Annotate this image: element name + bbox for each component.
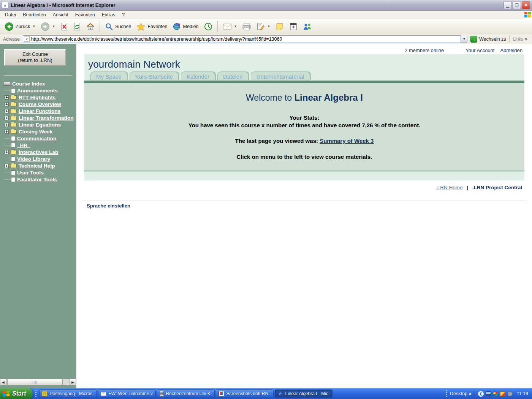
fullscreen-button[interactable]: ✳ bbox=[287, 21, 300, 33]
history-button[interactable] bbox=[202, 21, 215, 33]
start-button[interactable]: Start bbox=[0, 388, 33, 399]
taskbar-clock[interactable]: 11:19 bbox=[517, 391, 528, 396]
task-screenshots-dotlrn[interactable]: Screenshots dotLRN.... bbox=[216, 390, 274, 398]
home-button[interactable] bbox=[84, 21, 97, 33]
sidebar-item-label[interactable]: Video Library bbox=[17, 156, 50, 162]
quick-launch-grip[interactable] bbox=[35, 390, 36, 397]
lrn-home-link[interactable]: .LRN Home bbox=[436, 185, 463, 190]
scroll-right-arrow[interactable]: ▶ bbox=[70, 379, 76, 385]
scroll-left-arrow[interactable]: ◀ bbox=[0, 379, 6, 385]
task-linear-algebra-active[interactable]: e Linear Algebra I - Mic... bbox=[275, 390, 332, 398]
media-button[interactable]: Medien bbox=[171, 21, 201, 33]
menu-help[interactable]: ? bbox=[119, 11, 128, 18]
members-online-link[interactable]: 2 members online bbox=[405, 48, 444, 53]
stop-button[interactable] bbox=[58, 21, 70, 33]
lrn-project-central-link[interactable]: .LRN Project Central bbox=[472, 185, 522, 190]
logout-link[interactable]: Abmelden bbox=[500, 48, 522, 53]
expand-plus-icon[interactable]: + bbox=[5, 164, 9, 168]
task-fw-wg-teilnahme[interactable]: FW: WG: Teilnahme v... bbox=[98, 390, 156, 398]
address-input[interactable] bbox=[31, 36, 460, 42]
links-button[interactable]: Links » bbox=[509, 35, 530, 43]
sidebar-item-course-overview[interactable]: + Course Overview bbox=[0, 101, 76, 108]
expand-plus-icon[interactable]: + bbox=[5, 102, 9, 106]
edit-button[interactable]: ▼ bbox=[254, 21, 272, 33]
alert-tray-icon[interactable] bbox=[500, 391, 505, 396]
menu-favoriten[interactable]: Favoriten bbox=[72, 11, 98, 18]
sidebar-item-linear-transformation[interactable]: + Linear Transformation bbox=[0, 114, 76, 121]
sidebar-item-hr[interactable]: _HR_ bbox=[0, 142, 76, 149]
notes-button[interactable] bbox=[273, 21, 286, 33]
update-tray-icon[interactable] bbox=[507, 391, 513, 396]
sidebar-item-label[interactable]: User Tools bbox=[17, 170, 44, 176]
sidebar-item-rtt-highlights[interactable]: + RTT Highlights bbox=[0, 94, 76, 101]
go-button[interactable]: → Wechseln zu bbox=[467, 36, 509, 43]
sidebar-item-label[interactable]: _HR_ bbox=[17, 142, 30, 148]
sidebar-item-label[interactable]: Interactives Lab bbox=[19, 149, 58, 155]
your-account-link[interactable]: Your Account bbox=[466, 48, 494, 53]
edit-dropdown-icon[interactable]: ▼ bbox=[267, 25, 270, 28]
tab-dateien[interactable]: Dateien bbox=[217, 72, 249, 81]
summary-of-week-link[interactable]: Summary of Week 3 bbox=[320, 138, 374, 144]
print-button[interactable] bbox=[240, 21, 253, 33]
back-button[interactable]: Zurück ▼ bbox=[2, 21, 38, 33]
sidebar-item-communication[interactable]: Communication bbox=[0, 135, 76, 142]
sidebar-item-label[interactable]: Linear Equations bbox=[19, 122, 61, 128]
sidebar-item-label[interactable]: Closing Week bbox=[19, 129, 52, 135]
sidebar-item-announcements[interactable]: Announcements bbox=[0, 87, 76, 94]
scrollbar-track[interactable] bbox=[63, 379, 70, 385]
favorites-button[interactable]: Favoriten bbox=[134, 21, 169, 33]
task-posteingang[interactable]: ◷ Posteingang - Micros... bbox=[39, 390, 97, 398]
sidebar-item-label[interactable]: Course Overview bbox=[19, 101, 61, 107]
menu-extras[interactable]: Extras bbox=[98, 11, 119, 18]
desktop-chevron-icon[interactable]: » bbox=[469, 391, 472, 396]
sidebar-item-label[interactable]: Technical Help bbox=[19, 163, 55, 169]
sidebar-horizontal-scrollbar[interactable]: ◀ |||| ▶ bbox=[0, 379, 76, 385]
sidebar-item-linear-functions[interactable]: + Linear Functions bbox=[0, 108, 76, 114]
expand-plus-icon[interactable]: + bbox=[5, 95, 9, 100]
sidebar-item-label[interactable]: Linear Transformation bbox=[19, 115, 74, 121]
menu-ansicht[interactable]: Ansicht bbox=[49, 11, 72, 18]
messenger-tray-icon[interactable] bbox=[493, 391, 498, 396]
sidebar-item-technical-help[interactable]: + Technical Help bbox=[0, 162, 76, 169]
task-rechenzentrum[interactable]: Rechenzentrum Uni K... bbox=[157, 390, 215, 398]
language-settings-link[interactable]: Sprache einstellen bbox=[87, 203, 130, 209]
forward-dropdown-icon[interactable]: ▼ bbox=[52, 25, 55, 28]
mail-dropdown-icon[interactable]: ▼ bbox=[234, 25, 237, 28]
sidebar-item-label[interactable]: Course Index bbox=[12, 81, 45, 87]
sidebar-item-label[interactable]: Communication bbox=[17, 136, 56, 141]
sidebar-item-facilitator-tools[interactable]: Facilitator Tools bbox=[0, 176, 76, 183]
hide-tray-icons-button[interactable]: ❮ bbox=[478, 391, 484, 397]
menu-datei[interactable]: Datei bbox=[2, 11, 19, 18]
sidebar-item-label[interactable]: Announcements bbox=[17, 88, 58, 93]
expand-plus-icon[interactable]: + bbox=[5, 150, 9, 154]
sidebar-item-linear-equations[interactable]: + Linear Equations bbox=[0, 121, 76, 128]
expand-plus-icon[interactable]: + bbox=[5, 116, 9, 120]
forward-button[interactable]: ▼ bbox=[38, 21, 57, 33]
tab-kalender[interactable]: Kalender bbox=[181, 72, 215, 81]
sidebar-item-closing-week[interactable]: + Closing Week bbox=[0, 128, 76, 135]
sidebar-item-label[interactable]: RTT Highlights bbox=[19, 95, 55, 100]
scrollbar-thumb[interactable]: |||| bbox=[7, 379, 63, 385]
sidebar-item-label[interactable]: Facilitator Tools bbox=[17, 177, 57, 182]
desktop-toolbar-grip[interactable] bbox=[446, 390, 447, 397]
sidebar-item-label[interactable]: Linear Functions bbox=[19, 108, 60, 114]
messenger-button[interactable] bbox=[301, 21, 314, 33]
refresh-button[interactable] bbox=[71, 21, 83, 33]
expand-plus-icon[interactable]: + bbox=[5, 109, 9, 113]
search-button[interactable]: Suchen bbox=[103, 21, 133, 33]
sidebar-item-user-tools[interactable]: User Tools bbox=[0, 169, 76, 176]
menu-bearbeiten[interactable]: Bearbeiten bbox=[19, 11, 49, 18]
desktop-toolbar-label[interactable]: Desktop bbox=[450, 391, 467, 396]
sidebar-item-interactives-lab[interactable]: + Interactives Lab bbox=[0, 149, 76, 155]
minimize-button[interactable]: ▁ bbox=[504, 1, 512, 9]
expand-plus-icon[interactable]: + bbox=[5, 130, 9, 134]
tab-my-space[interactable]: My Space bbox=[90, 72, 127, 81]
exit-course-button[interactable]: Exit Course (return to .LRN) bbox=[4, 49, 66, 66]
sidebar-item-course-index[interactable]: Course Index bbox=[0, 80, 76, 87]
tab-unterrichtsmaterial[interactable]: Unterrichtsmaterial bbox=[251, 72, 310, 81]
sidebar-item-video-library[interactable]: Video Library bbox=[0, 155, 76, 162]
address-dropdown-icon[interactable]: ▼ bbox=[461, 36, 467, 43]
tab-kurs-startseite[interactable]: Kurs-Startseite bbox=[130, 72, 179, 81]
back-dropdown-icon[interactable]: ▼ bbox=[32, 25, 35, 28]
close-button[interactable]: ✕ bbox=[522, 1, 530, 9]
